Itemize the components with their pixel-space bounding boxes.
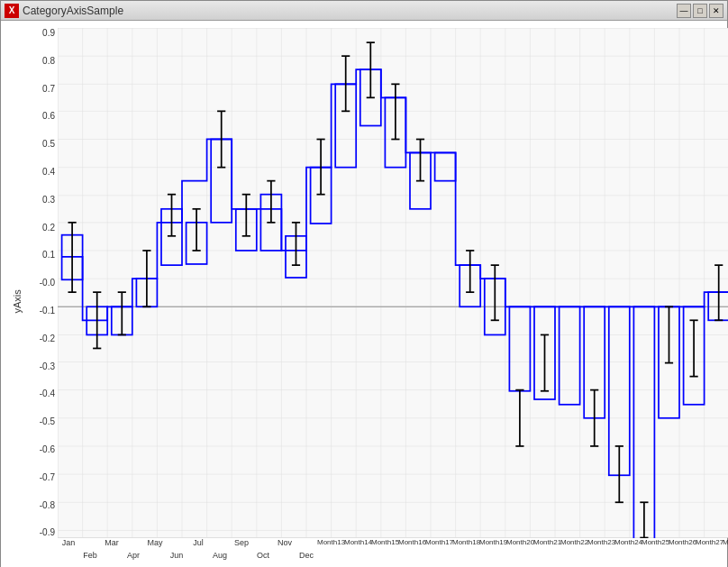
x-label-m28: Month28 bbox=[723, 538, 728, 551]
x-label-m20: Month20 bbox=[506, 538, 533, 551]
x-labels-row1: Jan Mar May Jul Sep Nov Month13 Month1 bbox=[58, 538, 728, 551]
y-axis-tick: -0.1 bbox=[40, 306, 55, 316]
x-label-apr: Apr bbox=[123, 551, 144, 563]
x-label-m24: Month24 bbox=[614, 538, 642, 551]
y-axis-tick: 0.6 bbox=[42, 111, 55, 121]
x-labels-row2: Feb Apr Jun Aug Oct Dec bbox=[58, 551, 728, 563]
x-label-mar: Mar bbox=[101, 538, 123, 551]
x-label-m15: Month15 bbox=[371, 538, 398, 551]
x-label-nov: Nov bbox=[274, 538, 296, 551]
x-axis-area: Jan Mar May Jul Sep Nov Month13 Month1 bbox=[58, 538, 728, 563]
main-window: X CategoryAxisSample — □ ✕ yAxis 0.90.80… bbox=[0, 0, 728, 567]
x-label-m25: Month25 bbox=[642, 538, 669, 551]
y-axis-tick: 0.4 bbox=[42, 167, 55, 177]
y-axis-label: yAxis bbox=[8, 28, 26, 567]
y-axis-tick: 0.5 bbox=[42, 139, 55, 149]
x-label-jul: Jul bbox=[187, 538, 209, 551]
x-label-m13: Month13 bbox=[317, 538, 344, 551]
x-label-dec: Dec bbox=[296, 551, 317, 563]
x-label-m16: Month16 bbox=[398, 538, 425, 551]
chart-container: yAxis 0.90.80.70.60.50.40.30.20.1-0.0-0.… bbox=[1, 21, 727, 567]
minimize-button[interactable]: — bbox=[677, 4, 691, 18]
y-axis-tick: -0.9 bbox=[40, 527, 55, 537]
titlebar: X CategoryAxisSample — □ ✕ bbox=[1, 1, 727, 21]
x-label-m23: Month23 bbox=[587, 538, 614, 551]
x-label-jan: Jan bbox=[58, 538, 79, 551]
y-axis-tick: -0.7 bbox=[40, 472, 55, 482]
x-label-blank3 bbox=[166, 538, 187, 551]
y-axis-labels: 0.90.80.70.60.50.40.30.20.1-0.0-0.1-0.2-… bbox=[26, 28, 58, 538]
y-axis-tick: -0.4 bbox=[40, 389, 55, 398]
x-label-jun: Jun bbox=[166, 551, 187, 563]
svg-rect-0 bbox=[58, 28, 728, 538]
y-axis-tick: -0.8 bbox=[40, 500, 55, 510]
x-label-m14: Month14 bbox=[344, 538, 371, 551]
y-axis-tick: -0.3 bbox=[40, 361, 55, 371]
x-label-sep: Sep bbox=[231, 538, 252, 551]
x-label-blank1 bbox=[79, 538, 101, 551]
chart-area: yAxis 0.90.80.70.60.50.40.30.20.1-0.0-0.… bbox=[8, 28, 720, 567]
plot-svg-container bbox=[58, 28, 728, 538]
y-axis-tick: 0.2 bbox=[42, 223, 55, 233]
y-axis-tick: 0.9 bbox=[42, 28, 55, 38]
x-label-m22: Month22 bbox=[560, 538, 587, 551]
x-label-m21: Month21 bbox=[533, 538, 560, 551]
x-label-blank2 bbox=[123, 538, 144, 551]
y-axis-tick: -0.5 bbox=[40, 416, 55, 426]
y-axis-tick: 0.7 bbox=[42, 84, 55, 94]
x-label-may: May bbox=[144, 538, 166, 551]
titlebar-left: X CategoryAxisSample bbox=[5, 4, 123, 18]
chart-plot-area: 0.90.80.70.60.50.40.30.20.1-0.0-0.1-0.2-… bbox=[26, 28, 728, 567]
close-button[interactable]: ✕ bbox=[709, 4, 723, 18]
x-label-blank6 bbox=[296, 538, 317, 551]
y-axis-tick: 0.3 bbox=[42, 195, 55, 205]
x-label-m26: Month26 bbox=[669, 538, 696, 551]
y-axis-tick: -0.0 bbox=[40, 278, 55, 288]
maximize-button[interactable]: □ bbox=[693, 4, 707, 18]
x-label-m19: Month19 bbox=[479, 538, 506, 551]
y-axis-tick: 0.1 bbox=[42, 250, 55, 260]
x-label-blank5 bbox=[252, 538, 274, 551]
x-label-aug: Aug bbox=[209, 551, 231, 563]
x-label-m18: Month18 bbox=[452, 538, 479, 551]
x-label-feb: Feb bbox=[79, 551, 101, 563]
x-label-m27: Month27 bbox=[696, 538, 723, 551]
app-icon: X bbox=[5, 4, 19, 18]
x-label-oct: Oct bbox=[252, 551, 274, 563]
plot-with-yaxis: 0.90.80.70.60.50.40.30.20.1-0.0-0.1-0.2-… bbox=[26, 28, 728, 538]
chart-svg bbox=[58, 28, 728, 538]
titlebar-controls: — □ ✕ bbox=[677, 4, 723, 18]
y-axis-tick: -0.6 bbox=[40, 444, 55, 454]
y-axis-tick: -0.2 bbox=[40, 334, 55, 343]
y-axis-tick: 0.8 bbox=[42, 56, 55, 66]
x-label-m17: Month17 bbox=[425, 538, 452, 551]
x-label-blank4 bbox=[209, 538, 231, 551]
window-title: CategoryAxisSample bbox=[23, 5, 123, 17]
